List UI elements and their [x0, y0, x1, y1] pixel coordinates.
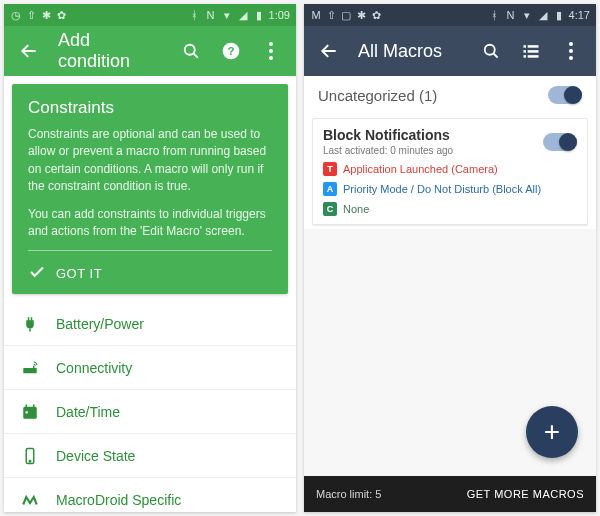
card-divider — [28, 250, 272, 251]
svg-rect-3 — [29, 328, 31, 331]
calendar-icon — [20, 402, 40, 422]
card-text-1: Constraints are optional and can be used… — [28, 126, 272, 196]
action-text: Priority Mode / Do Not Disturb (Block Al… — [343, 183, 541, 195]
app-bar: All Macros — [304, 26, 596, 76]
svg-rect-22 — [524, 55, 527, 57]
category-macrodroid-specific[interactable]: MacroDroid Specific — [4, 478, 296, 512]
screen-add-condition: ◷ ⇧ ✱ ✿ ᚼ N ▾ ◢ ▮ 1:09 Add condition ? C… — [4, 4, 296, 512]
check-icon — [28, 263, 46, 284]
category-header-uncategorized[interactable]: Uncategorized (1) — [304, 76, 596, 114]
category-label: Connectivity — [56, 360, 132, 376]
trigger-text: Application Launched (Camera) — [343, 163, 498, 175]
svg-rect-5 — [33, 366, 35, 368]
sync-icon: ✱ — [355, 9, 367, 21]
clock: 4:17 — [569, 9, 590, 21]
overflow-icon[interactable] — [560, 40, 582, 62]
get-more-macros-button[interactable]: GET MORE MACROS — [467, 488, 584, 500]
macro-toggle[interactable] — [543, 133, 577, 151]
category-label: Date/Time — [56, 404, 120, 420]
category-label: Device State — [56, 448, 135, 464]
help-icon[interactable]: ? — [220, 40, 242, 62]
wifi-icon: ▾ — [521, 9, 533, 21]
router-icon — [20, 358, 40, 378]
category-device-state[interactable]: Device State — [4, 434, 296, 478]
bluetooth-icon: ᚼ — [189, 9, 201, 21]
macro-card[interactable]: Block Notifications Last activated: 0 mi… — [312, 118, 588, 225]
action-badge-icon: A — [323, 182, 337, 196]
signal-icon: ◢ — [537, 9, 549, 21]
category-label: MacroDroid Specific — [56, 492, 181, 508]
screenshot-icon: ▢ — [340, 9, 352, 21]
wifi-icon: ▾ — [221, 9, 233, 21]
overflow-icon[interactable] — [260, 40, 282, 62]
signal-icon: ◢ — [237, 9, 249, 21]
constraint-badge-icon: C — [323, 202, 337, 216]
svg-point-12 — [29, 460, 31, 462]
plug-icon — [20, 314, 40, 334]
back-icon[interactable] — [318, 40, 340, 62]
svg-point-17 — [485, 45, 495, 55]
clock: 1:09 — [269, 9, 290, 21]
page-title: Add condition — [58, 30, 162, 72]
nfc-icon: N — [505, 9, 517, 21]
category-date-time[interactable]: Date/Time — [4, 390, 296, 434]
card-heading: Constraints — [28, 98, 272, 118]
constraint-text: None — [343, 203, 369, 215]
svg-rect-20 — [524, 50, 527, 53]
constraints-info-card: Constraints Constraints are optional and… — [12, 84, 288, 294]
battery-icon: ▮ — [553, 9, 565, 21]
list-view-icon[interactable] — [520, 40, 542, 62]
macro-title: Block Notifications — [323, 127, 453, 143]
sync-icon: ✱ — [40, 9, 52, 21]
app-indicator-icon: ◷ — [10, 9, 22, 21]
macrodroid-indicator-icon: M — [310, 9, 322, 21]
macro-subtitle: Last activated: 0 minutes ago — [323, 145, 453, 156]
category-toggle[interactable] — [548, 86, 582, 104]
got-it-label: GOT IT — [56, 266, 102, 281]
bottom-bar: Macro limit: 5 GET MORE MACROS — [304, 476, 596, 512]
card-text-2: You can add constraints to individual tr… — [28, 206, 272, 241]
status-bar: M ⇧ ▢ ✱ ✿ ᚼ N ▾ ◢ ▮ 4:17 — [304, 4, 596, 26]
svg-text:?: ? — [227, 44, 234, 57]
bluetooth-icon: ᚼ — [489, 9, 501, 21]
battery-icon: ▮ — [253, 9, 265, 21]
svg-rect-21 — [528, 50, 539, 53]
upload-icon: ⇧ — [25, 9, 37, 21]
leaf-icon: ✿ — [55, 9, 67, 21]
svg-rect-19 — [528, 45, 539, 48]
app-bar: Add condition ? — [4, 26, 296, 76]
svg-rect-18 — [524, 45, 527, 48]
svg-point-0 — [185, 45, 195, 55]
svg-rect-10 — [26, 411, 28, 413]
trigger-badge-icon: T — [323, 162, 337, 176]
search-icon[interactable] — [180, 40, 202, 62]
svg-rect-4 — [23, 368, 37, 373]
screen-all-macros: M ⇧ ▢ ✱ ✿ ᚼ N ▾ ◢ ▮ 4:17 All Macros Unca… — [304, 4, 596, 512]
macro-trigger-row: T Application Launched (Camera) — [323, 162, 577, 176]
svg-rect-23 — [528, 55, 539, 57]
category-header-label: Uncategorized (1) — [318, 87, 437, 104]
category-label: Battery/Power — [56, 316, 144, 332]
add-macro-fab[interactable]: + — [526, 406, 578, 458]
got-it-button[interactable]: GOT IT — [28, 257, 272, 284]
category-battery-power[interactable]: Battery/Power — [4, 302, 296, 346]
category-list: Battery/Power Connectivity Date/Time Dev… — [4, 302, 296, 512]
macro-limit-label: Macro limit: 5 — [316, 488, 381, 500]
status-bar: ◷ ⇧ ✱ ✿ ᚼ N ▾ ◢ ▮ 1:09 — [4, 4, 296, 26]
phone-icon — [20, 446, 40, 466]
svg-rect-8 — [26, 404, 28, 408]
page-title: All Macros — [358, 41, 462, 62]
macrodroid-icon — [20, 490, 40, 510]
upload-icon: ⇧ — [325, 9, 337, 21]
nfc-icon: N — [205, 9, 217, 21]
search-icon[interactable] — [480, 40, 502, 62]
category-connectivity[interactable]: Connectivity — [4, 346, 296, 390]
svg-rect-9 — [33, 404, 35, 408]
plus-icon: + — [544, 416, 560, 448]
macro-constraint-row: C None — [323, 202, 577, 216]
back-icon[interactable] — [18, 40, 40, 62]
macro-action-row: A Priority Mode / Do Not Disturb (Block … — [323, 182, 577, 196]
leaf-icon: ✿ — [370, 9, 382, 21]
